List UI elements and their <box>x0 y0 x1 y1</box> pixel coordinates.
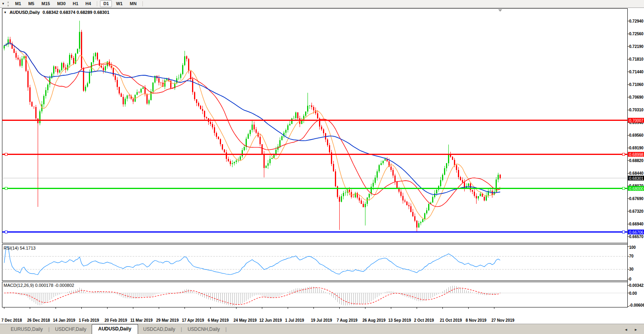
timeframe-button-mn[interactable]: MN <box>127 0 140 7</box>
timeframe-button-m5[interactable]: M5 <box>25 0 37 7</box>
date-label: 13 Sep 2019 <box>388 318 411 323</box>
date-label: 1 Feb 2019 <box>79 318 100 323</box>
toolbar-grip-handle[interactable] <box>8 2 9 6</box>
date-ticks <box>4 307 494 309</box>
rsi-tick-label: 0 <box>629 277 632 281</box>
toolbar-separator <box>97 1 97 6</box>
hline-price-tag-label: 0.68000 <box>629 187 644 191</box>
date-label: 21 Oct 2019 <box>440 318 462 323</box>
hline-price-tag-label: 0.70007 <box>629 118 644 123</box>
date-label: 27 Nov 2019 <box>492 318 515 323</box>
mt4-window: ▼ M1M5M15M30H1H4D1W1MN 0.729400.725600.7… <box>0 0 644 334</box>
date-label: 7 Dec 2018 <box>2 318 22 323</box>
date-label: 14 Jan 2019 <box>53 318 76 323</box>
date-label: 8 Nov 2019 <box>466 318 487 323</box>
timeframe-button-d1[interactable]: D1 <box>100 0 112 7</box>
toolbar-separator <box>142 1 143 6</box>
date-label: 2 Oct 2019 <box>414 318 434 323</box>
macd-tick-label: 0.00 <box>629 291 637 296</box>
rsi-tick-label: 30 <box>629 267 634 271</box>
timeframe-button-h1[interactable]: H1 <box>69 0 81 7</box>
current-price-tag-label: 0.68301 <box>629 176 644 181</box>
price-tick-label: 0.70310 <box>629 108 644 112</box>
date-label: 19 Jul 2019 <box>311 318 333 323</box>
date-label: 6 May 2019 <box>208 318 229 323</box>
price-tick-label: 0.71060 <box>629 82 644 87</box>
price-tick-label: 0.68820 <box>629 158 644 163</box>
date-label: 26 Dec 2018 <box>27 318 50 323</box>
price-tick-label: 0.66570 <box>629 235 644 239</box>
rsi-tick-label: 100 <box>629 245 636 250</box>
timeframe-button-w1[interactable]: W1 <box>113 0 126 7</box>
date-label: 11 Mar 2019 <box>131 318 153 323</box>
hline-price-tag-label: 0.66706 <box>629 230 644 235</box>
price-tick-label: 0.66940 <box>629 222 644 226</box>
timeframe-button-m1[interactable]: M1 <box>12 0 24 7</box>
date-label: 20 Feb 2019 <box>105 318 127 323</box>
macd-tick-label: -0.006069 <box>629 303 644 307</box>
tab-scroll-arrows: ◄ ► <box>624 328 644 334</box>
timeframe-button-group: M1M5M15M30H1H4D1W1MN <box>12 0 145 7</box>
macd-histogram <box>4 286 500 305</box>
tab-usdcnh[interactable]: USDCNH,Daily <box>183 324 225 334</box>
tab-usdcad[interactable]: USDCAD,Daily <box>138 324 181 334</box>
rsi-panel-border <box>2 244 628 281</box>
date-label: 24 May 2019 <box>234 318 257 323</box>
tab-divider: | <box>225 324 227 334</box>
date-label: 1 Jul 2019 <box>285 318 304 323</box>
date-label: 17 Apr 2019 <box>182 318 204 323</box>
hline-price-tag-label: 0.68998 <box>629 153 644 157</box>
chart-tab-bar: EURUSD,Daily|USDCHF,DailyAUDUSD,DailyUSD… <box>0 324 644 334</box>
price-tick-label: 0.72190 <box>629 44 644 49</box>
date-label: 29 Mar 2019 <box>156 318 179 323</box>
toolbar-dropdown-icon[interactable]: ▼ <box>0 2 7 6</box>
chart-tabs: EURUSD,Daily|USDCHF,DailyAUDUSD,DailyUSD… <box>0 324 227 334</box>
price-tick-label: 0.71810 <box>629 57 644 61</box>
tab-scroll-right-button[interactable]: ► <box>634 328 638 332</box>
price-tick-label: 0.69560 <box>629 133 644 137</box>
rsi-tick-label: 70 <box>629 254 634 258</box>
timeframe-button-h4[interactable]: H4 <box>82 0 94 7</box>
price-chart-plot[interactable] <box>2 9 628 243</box>
timeframe-button-m15[interactable]: M15 <box>38 0 53 7</box>
price-tick-label: 0.67320 <box>629 209 644 214</box>
chart-canvas[interactable]: 0.729400.725600.721900.718100.714400.710… <box>0 0 644 334</box>
price-tick-label: 0.68440 <box>629 171 644 176</box>
tab-usdchf[interactable]: USDCHF,Daily <box>50 324 92 334</box>
price-tick-label: 0.71440 <box>629 70 644 74</box>
tab-scroll-left-button[interactable]: ◄ <box>624 328 628 332</box>
date-label: 12 Jun 2019 <box>260 318 282 323</box>
tab-eurusd[interactable]: EURUSD,Daily <box>6 324 48 334</box>
date-label: 26 Aug 2019 <box>363 318 386 323</box>
price-tick-label: 0.67690 <box>629 197 644 201</box>
timeframe-toolbar: ▼ M1M5M15M30H1H4D1W1MN <box>0 0 644 8</box>
timeframe-button-m30[interactable]: M30 <box>54 0 69 7</box>
price-tick-label: 0.72560 <box>629 32 644 36</box>
price-tick-label: 0.72940 <box>629 19 644 23</box>
price-tick-label: 0.70690 <box>629 95 644 99</box>
date-label: 7 Aug 2019 <box>337 318 358 323</box>
macd-panel-border <box>2 282 628 307</box>
price-tick-label: 0.69190 <box>629 146 644 150</box>
tab-audusd[interactable]: AUDUSD,Daily <box>92 324 138 334</box>
rsi-line <box>4 247 500 275</box>
macd-tick-label: 0.003421 <box>629 283 644 288</box>
